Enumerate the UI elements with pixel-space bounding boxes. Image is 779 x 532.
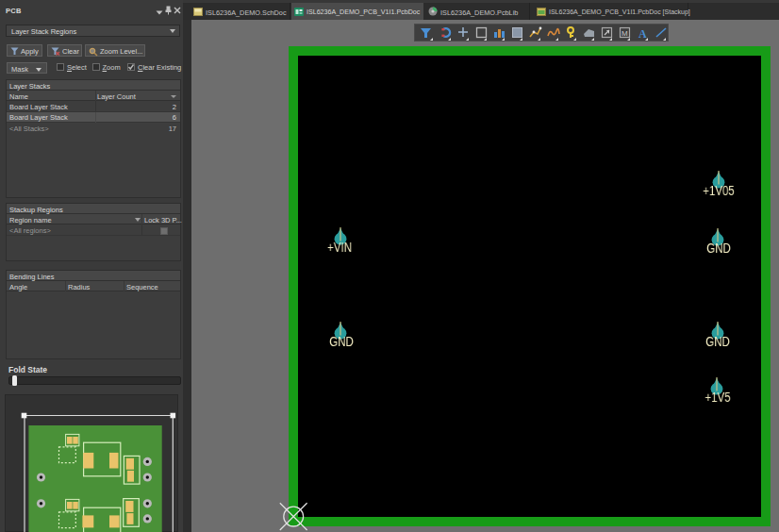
svg-text:M: M xyxy=(622,29,628,38)
svg-text:A: A xyxy=(638,26,647,40)
